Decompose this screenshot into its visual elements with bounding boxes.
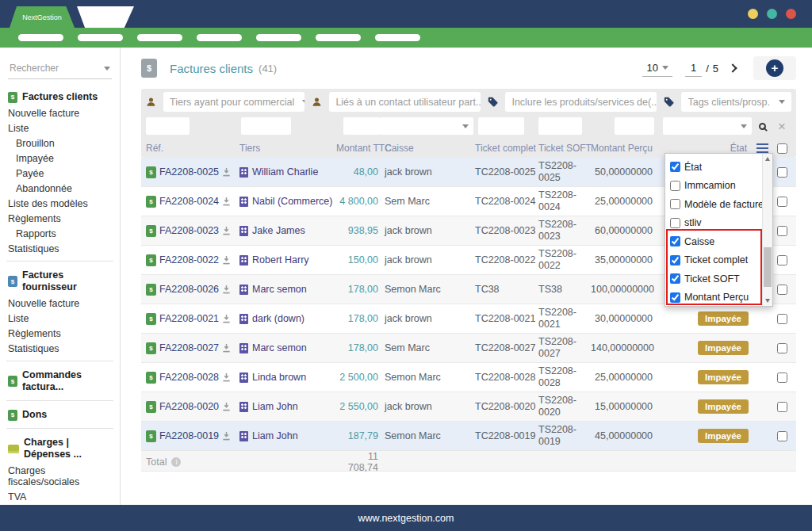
tiers-link[interactable]: Jake James	[252, 225, 305, 236]
sidebar-item-impay-e[interactable]: Impayée	[0, 151, 120, 166]
column-header-caisse[interactable]: Caisse	[380, 143, 475, 154]
sidebar-item-statistiques[interactable]: Statistiques	[0, 241, 120, 256]
row-checkbox[interactable]	[777, 343, 787, 353]
download-icon[interactable]	[222, 197, 231, 206]
column-header-ticket-soft[interactable]: Ticket SOFT	[538, 143, 591, 154]
row-checkbox[interactable]	[777, 255, 787, 266]
column-chooser-button[interactable]	[756, 143, 768, 153]
tiers-link[interactable]: William Charlie	[252, 166, 318, 178]
column-header-etat[interactable]: État	[654, 143, 752, 154]
tiers-link[interactable]: dark (down)	[252, 313, 304, 324]
filter-tiers-input[interactable]	[241, 117, 291, 135]
window-control-teal[interactable]	[767, 9, 777, 19]
invoice-ref-link[interactable]: FA2208-0026	[159, 284, 219, 295]
footer-link[interactable]: www.nextgestion.com	[358, 513, 454, 524]
tiers-link[interactable]: Nabil (Commerce)	[252, 196, 332, 207]
filter-caisse-select[interactable]	[380, 117, 473, 135]
menu-pill[interactable]	[375, 34, 420, 41]
tiers-link[interactable]: Linda brown	[252, 372, 306, 383]
column-header-ticket-complet[interactable]: Ticket complet	[475, 143, 538, 154]
tiers-link[interactable]: Robert Harry	[252, 254, 309, 266]
scrollbar-thumb[interactable]	[764, 247, 772, 287]
filter-ticket-soft-input[interactable]	[538, 117, 582, 135]
row-checkbox[interactable]	[777, 226, 787, 236]
sidebar-section-factures-fournisseur[interactable]: $Factures fournisseur	[0, 267, 120, 296]
invoice-ref-link[interactable]: FA2208-0025	[159, 166, 219, 178]
invoice-ref-link[interactable]: FA2208-0027	[159, 342, 219, 353]
row-checkbox[interactable]	[777, 167, 787, 178]
per-page-select[interactable]: 10	[642, 60, 672, 77]
column-toggle-checkbox[interactable]	[670, 292, 680, 303]
page-number-input[interactable]: 1	[685, 60, 702, 77]
next-page-button[interactable]	[728, 63, 737, 72]
column-header-ref[interactable]: Réf.	[146, 143, 239, 154]
column-toggle-checkbox[interactable]	[670, 236, 680, 246]
filter-tags-select[interactable]: Tags clients/prosp.	[681, 92, 791, 112]
sidebar-item-r-glements[interactable]: Règlements	[0, 211, 120, 226]
clear-filters-icon[interactable]: ×	[778, 120, 786, 133]
filter-contact-select[interactable]: Liés à un contact utilisateur part...	[329, 92, 481, 112]
column-toggle-checkbox[interactable]	[670, 255, 680, 266]
column-menu-item-ticket-soft[interactable]: Ticket SOFT	[670, 269, 762, 288]
sidebar-item-liste[interactable]: Liste	[0, 311, 120, 326]
tiers-link[interactable]: Liam John	[252, 430, 298, 441]
column-toggle-checkbox[interactable]	[670, 273, 680, 284]
column-toggle-checkbox[interactable]	[670, 162, 680, 172]
download-icon[interactable]	[222, 314, 231, 323]
download-icon[interactable]	[222, 402, 231, 411]
sidebar-item-nouvelle-facture[interactable]: Nouvelle facture	[0, 105, 120, 120]
secondary-tab[interactable]	[77, 6, 134, 28]
add-invoice-button[interactable]: +	[753, 56, 796, 80]
column-header-montant-ttc[interactable]: Montant TTC	[336, 143, 380, 154]
tiers-link[interactable]: Liam John	[252, 401, 298, 412]
sidebar-item-statistiques[interactable]: Statistiques	[0, 341, 120, 356]
invoice-ref-link[interactable]: FA2208-0020	[159, 401, 219, 412]
info-icon[interactable]: i	[171, 457, 181, 467]
row-checkbox[interactable]	[777, 402, 787, 412]
window-control-yellow[interactable]	[748, 9, 758, 19]
menu-pill[interactable]	[18, 34, 63, 41]
download-icon[interactable]	[222, 285, 231, 294]
tiers-link[interactable]: Marc semon	[252, 342, 307, 353]
filter-products-select[interactable]: Inclure les produits/services de(...	[505, 92, 657, 112]
search-icon[interactable]	[759, 123, 766, 130]
column-toggle-checkbox[interactable]	[670, 218, 680, 228]
sidebar-item-r-glements[interactable]: Règlements	[0, 326, 120, 341]
sidebar-item-liste-des-mod-les[interactable]: Liste des modèles	[0, 196, 120, 211]
download-icon[interactable]	[222, 167, 231, 177]
download-icon[interactable]	[222, 372, 231, 382]
sidebar-item-pay-e[interactable]: Payée	[0, 166, 120, 181]
download-icon[interactable]	[222, 431, 231, 441]
window-control-red[interactable]	[786, 9, 796, 19]
column-menu-item-mod-le-de-facture[interactable]: Modèle de facture	[670, 195, 762, 214]
filter-montant-percu-input[interactable]	[615, 117, 654, 135]
row-checkbox[interactable]	[777, 431, 787, 441]
column-menu-item-immcamion[interactable]: Immcamion	[670, 177, 762, 196]
column-header-montant-percu[interactable]: Montant Perçu	[591, 143, 654, 154]
filter-etat-select[interactable]	[663, 117, 752, 135]
sidebar-item-liste[interactable]: Liste	[0, 120, 120, 136]
download-icon[interactable]	[222, 343, 231, 353]
menu-pill[interactable]	[256, 34, 301, 41]
column-menu-item-montant-per-u[interactable]: Montant Perçu	[670, 288, 762, 308]
menu-pill[interactable]	[316, 34, 361, 41]
column-header-tiers[interactable]: Tiers	[239, 143, 336, 154]
column-menu-item-stliv[interactable]: stliv	[670, 214, 762, 233]
filter-ticket-complet-input[interactable]	[478, 117, 524, 135]
sidebar-item-nouvelle-facture[interactable]: Nouvelle facture	[0, 296, 120, 311]
sidebar-item-tva[interactable]: TVA	[0, 489, 120, 504]
filter-commercial-select[interactable]: Tiers ayant pour commercial	[163, 92, 304, 112]
invoice-ref-link[interactable]: FA2208-0022	[159, 254, 219, 266]
column-menu-item-ticket-complet[interactable]: Ticket complet	[670, 251, 762, 270]
table-row[interactable]: $ FA2208-0027 Marc semon 178,00 Sem Marc…	[141, 334, 796, 363]
row-checkbox[interactable]	[777, 314, 787, 324]
brand-tab[interactable]: NextGestion	[10, 6, 75, 28]
invoice-ref-link[interactable]: FA2208-0021	[159, 313, 219, 324]
column-menu-item-caisse[interactable]: Caisse	[670, 232, 762, 251]
filter-ref-input[interactable]	[146, 117, 190, 135]
row-checkbox[interactable]	[777, 197, 787, 207]
row-checkbox[interactable]	[777, 372, 787, 383]
download-icon[interactable]	[222, 255, 231, 265]
sidebar-item-abandonn-e[interactable]: Abandonnée	[0, 181, 120, 196]
table-row[interactable]: $ FA2208-0020 Liam John 2 550,00 jack br…	[141, 392, 796, 422]
